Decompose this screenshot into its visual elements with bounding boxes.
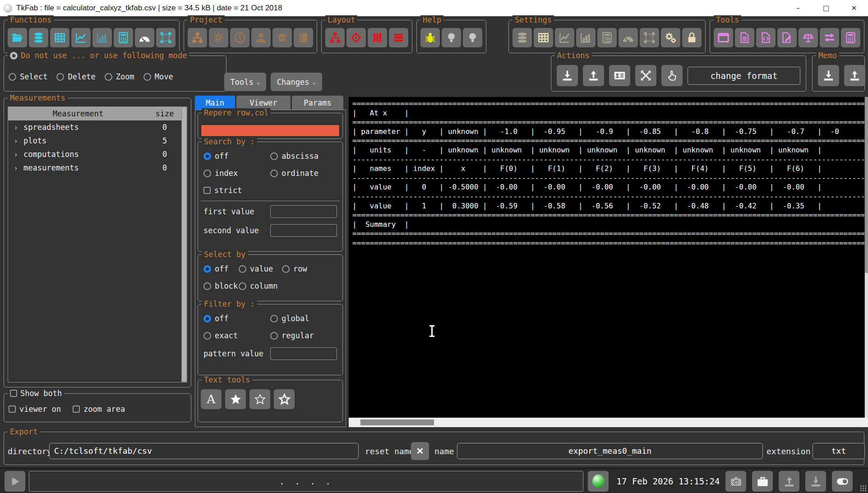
- gears-button[interactable]: [661, 28, 680, 47]
- changes-menu-button[interactable]: Changes ⌄: [271, 73, 322, 91]
- upload-button[interactable]: [583, 65, 604, 86]
- star-outline-button[interactable]: [249, 389, 270, 409]
- download-button[interactable]: [557, 65, 578, 86]
- tree-scrollbar-thumb[interactable]: [182, 107, 186, 382]
- tab-params[interactable]: Params: [292, 96, 343, 110]
- directory-entry[interactable]: C:/tclsoft/tkfab/csv: [49, 443, 359, 459]
- search-abscissa-radio[interactable]: abscissa: [270, 152, 319, 161]
- minimize-button[interactable]: –: [784, 0, 812, 16]
- select-frame-button[interactable]: [640, 28, 659, 47]
- reset-name-button[interactable]: ✕: [411, 442, 429, 460]
- database-button[interactable]: [29, 28, 48, 47]
- upload-button[interactable]: [844, 65, 865, 86]
- document-button[interactable]: [735, 28, 754, 47]
- chevron-right-icon[interactable]: ›: [8, 164, 23, 172]
- clock-button[interactable]: [230, 28, 249, 47]
- notebook-button[interactable]: [294, 28, 313, 47]
- terminal-horizontal-scrollbar[interactable]: [349, 418, 868, 427]
- hand-pointer-button[interactable]: [661, 65, 683, 86]
- play-button[interactable]: [5, 471, 25, 492]
- upload-button[interactable]: [779, 471, 799, 492]
- gauge-button[interactable]: [619, 28, 638, 47]
- column-size[interactable]: size: [148, 109, 181, 118]
- do-not-use-radio[interactable]: [10, 52, 18, 60]
- bulb-button[interactable]: [442, 28, 461, 47]
- calculator-button[interactable]: [114, 28, 133, 47]
- database-button[interactable]: [512, 28, 532, 47]
- tree-row-measurements[interactable]: ›measurements0: [8, 161, 181, 175]
- mode-delete-radio[interactable]: Delete: [56, 72, 95, 81]
- download-button[interactable]: [805, 471, 826, 492]
- select-row-radio[interactable]: row: [282, 264, 307, 273]
- tools-menu-button[interactable]: Tools ⌄: [224, 73, 266, 91]
- bar-chart-button[interactable]: [92, 28, 112, 47]
- second-value-entry[interactable]: [270, 224, 337, 237]
- filter-exact-radio[interactable]: exact: [203, 331, 270, 340]
- table-button[interactable]: [50, 28, 69, 47]
- swap-arrows-button[interactable]: [820, 28, 839, 47]
- close-button[interactable]: ✕: [840, 0, 868, 16]
- calculator-button[interactable]: [597, 28, 617, 47]
- camera-button[interactable]: [725, 471, 746, 492]
- document-edit-button[interactable]: [777, 28, 797, 47]
- maximize-button[interactable]: □: [812, 0, 840, 16]
- folder-open-button[interactable]: [8, 28, 27, 47]
- chevron-right-icon[interactable]: ›: [8, 123, 23, 132]
- horizontal-bars-button[interactable]: [389, 28, 408, 47]
- filter-global-radio[interactable]: global: [270, 314, 309, 323]
- zoom-area-checkbox[interactable]: zoom area: [73, 405, 125, 414]
- filter-off-radio[interactable]: off: [203, 314, 270, 323]
- chevron-right-icon[interactable]: ›: [8, 137, 23, 145]
- cross-arrows-button[interactable]: [635, 65, 656, 86]
- pattern-value-entry[interactable]: [270, 347, 337, 360]
- calculator-button[interactable]: [841, 28, 860, 47]
- tab-main[interactable]: Main: [195, 96, 235, 110]
- extension-entry[interactable]: txt: [813, 443, 865, 459]
- window-button[interactable]: [714, 28, 733, 47]
- terminal-view[interactable]: ========================================…: [349, 97, 864, 418]
- select-off-radio[interactable]: off: [203, 264, 239, 273]
- resize-grip[interactable]: [860, 485, 867, 492]
- org-tree-button[interactable]: [325, 28, 345, 47]
- first-value-entry[interactable]: [270, 205, 337, 218]
- repere-entry[interactable]: [201, 124, 340, 137]
- search-index-radio[interactable]: index: [203, 169, 270, 178]
- show-both-checkbox[interactable]: [10, 390, 17, 397]
- tab-viewer[interactable]: Viewer: [236, 96, 291, 110]
- select-column-radio[interactable]: column: [239, 281, 277, 290]
- scales-button[interactable]: [799, 28, 818, 47]
- select-block-radio[interactable]: block: [203, 281, 239, 290]
- gear-button[interactable]: [209, 28, 228, 47]
- strict-checkbox[interactable]: strict: [203, 186, 242, 195]
- document-code-button[interactable]: [756, 28, 776, 47]
- viewer-on-checkbox[interactable]: viewer on: [9, 405, 61, 414]
- chevron-right-icon[interactable]: ›: [8, 150, 23, 159]
- status-led-button[interactable]: [588, 471, 609, 492]
- id-card-button[interactable]: [609, 65, 630, 86]
- search-ordinate-radio[interactable]: ordinate: [270, 169, 319, 178]
- line-chart-button[interactable]: [71, 28, 91, 47]
- target-button[interactable]: [346, 28, 366, 47]
- user-button[interactable]: [251, 28, 271, 47]
- tree-row-plots[interactable]: ›plots5: [8, 134, 181, 147]
- select-value-radio[interactable]: value: [239, 264, 282, 273]
- mode-move-radio[interactable]: Move: [143, 72, 173, 81]
- vertical-bars-button[interactable]: [368, 28, 387, 47]
- tree-row-computations[interactable]: ›computations0: [8, 147, 181, 161]
- change-format-button[interactable]: change format: [688, 67, 800, 85]
- name-entry[interactable]: export_meas0_main: [457, 443, 763, 459]
- tree-scrollbar[interactable]: [181, 107, 187, 382]
- filter-regular-radio[interactable]: regular: [270, 331, 314, 340]
- line-chart-button[interactable]: [555, 28, 574, 47]
- terminal-vertical-scrollbar[interactable]: [865, 97, 868, 418]
- bulb-button[interactable]: [463, 28, 482, 47]
- search-off-radio[interactable]: off: [203, 152, 270, 161]
- lock-button[interactable]: [682, 28, 702, 47]
- mode-zoom-radio[interactable]: Zoom: [105, 72, 134, 81]
- org-tree-button[interactable]: [188, 28, 207, 47]
- bug-button[interactable]: [420, 28, 440, 47]
- select-frame-button[interactable]: [156, 28, 175, 47]
- grad-cap-button[interactable]: [272, 28, 292, 47]
- toggle-button[interactable]: [832, 471, 853, 492]
- mode-select-radio[interactable]: Select: [9, 72, 47, 81]
